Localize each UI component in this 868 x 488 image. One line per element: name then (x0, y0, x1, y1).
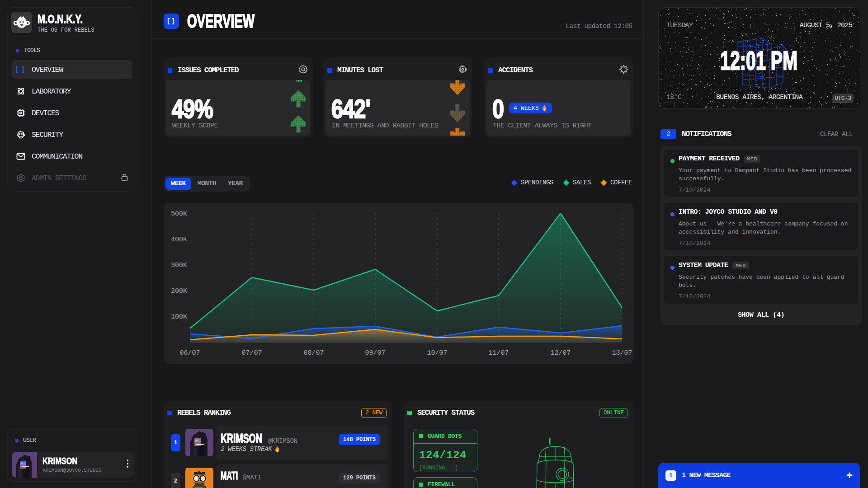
svg-text:13/07: 13/07 (612, 349, 632, 357)
svg-text:200K: 200K (171, 287, 187, 295)
svg-text:10/07: 10/07 (427, 349, 447, 357)
svg-text:08/07: 08/07 (303, 349, 324, 357)
svg-text:11/07: 11/07 (488, 349, 509, 357)
svg-text:06/07: 06/07 (179, 349, 200, 357)
svg-text:400K: 400K (171, 236, 187, 244)
svg-text:07/07: 07/07 (241, 349, 262, 357)
svg-text:12/07: 12/07 (550, 349, 571, 357)
svg-text:500K: 500K (171, 210, 187, 218)
svg-text:09/07: 09/07 (365, 349, 385, 357)
svg-text:300K: 300K (171, 262, 187, 269)
svg-text:100K: 100K (171, 313, 187, 321)
